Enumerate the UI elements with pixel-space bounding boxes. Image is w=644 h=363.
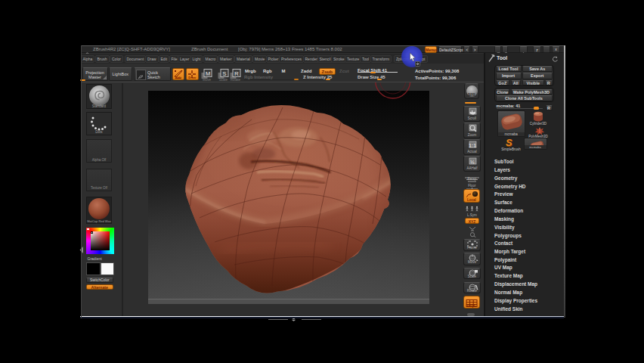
svg-text:1:1: 1:1	[468, 143, 475, 148]
svg-text:M: M	[206, 70, 211, 77]
svg-text:R: R	[234, 70, 239, 77]
svg-text:S: S	[222, 70, 227, 77]
svg-text:½: ½	[470, 160, 475, 165]
